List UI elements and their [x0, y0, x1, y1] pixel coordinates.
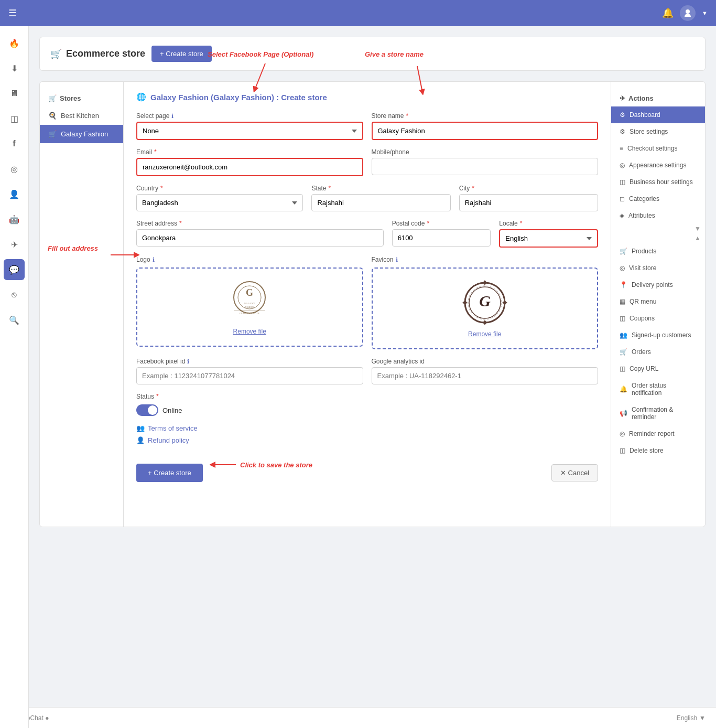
actions-sidebar: ✈ Actions ⚙ Dashboard ⚙ Store settings ≡…: [611, 82, 705, 527]
action-business-hour-settings[interactable]: ◫ Business hour settings: [611, 174, 705, 190]
galaxy-fashion-icon: 🛒: [48, 130, 57, 138]
scroll-up-indicator: ▲: [611, 233, 705, 243]
favicon-info-icon[interactable]: ℹ: [396, 256, 398, 263]
top-bar-right: 🔔 ▼: [662, 5, 708, 21]
create-store-button[interactable]: + Create store: [136, 464, 203, 482]
google-analytics-input[interactable]: [372, 367, 599, 384]
cancel-button[interactable]: ✕ Cancel: [551, 464, 598, 481]
terms-of-service-link[interactable]: 👥 Terms of service: [136, 424, 598, 432]
store-item-galaxy-fashion[interactable]: 🛒 Galaxy Fashion: [40, 125, 123, 143]
action-attributes[interactable]: ◈ Attributes: [611, 207, 705, 224]
action-delivery-points[interactable]: 📍 Delivery points: [611, 276, 705, 293]
action-signed-up-customers[interactable]: 👥 Signed-up customers: [611, 327, 705, 344]
create-button-label: + Create store: [148, 469, 191, 477]
favicon-remove-link[interactable]: Remove file: [468, 330, 501, 338]
state-label: State *: [311, 185, 450, 192]
store-settings-icon: ⚙: [620, 128, 625, 135]
refund-policy-link[interactable]: 👤 Refund policy: [136, 436, 598, 444]
select-page-input[interactable]: None Galaxy Fashion Page: [136, 122, 363, 140]
city-input[interactable]: [459, 194, 598, 211]
state-group: State *: [311, 185, 450, 211]
action-coupons[interactable]: ◫ Coupons: [611, 310, 705, 327]
attributes-label: Attributes: [628, 212, 655, 219]
chevron-down-icon[interactable]: ▼: [695, 225, 701, 232]
svg-point-0: [686, 9, 690, 14]
form-heading: 🌐 Galaxy Fashion (Galaxy Fashion) : Crea…: [136, 92, 598, 102]
search-icon[interactable]: 🔍: [4, 309, 25, 330]
action-checkout-settings[interactable]: ≡ Checkout settings: [611, 140, 705, 157]
status-label-text: Status: [136, 393, 154, 400]
create-store-header-button[interactable]: + Create store: [151, 46, 212, 62]
action-store-settings[interactable]: ⚙ Store settings: [611, 123, 705, 140]
robot-icon[interactable]: 🤖: [4, 209, 25, 230]
share-icon[interactable]: ⎋: [4, 284, 25, 305]
postal-input[interactable]: [392, 229, 491, 247]
orders-label: Orders: [632, 348, 651, 356]
postal-group: Postal code *: [392, 220, 491, 247]
postal-required: *: [427, 220, 429, 227]
action-order-status-notification[interactable]: 🔔 Order status notification: [611, 377, 705, 401]
logo-info-icon[interactable]: ℹ: [153, 256, 155, 263]
action-copy-url[interactable]: ◫ Copy URL: [611, 360, 705, 377]
postal-label: Postal code *: [392, 220, 491, 227]
action-orders[interactable]: 🛒 Orders: [611, 344, 705, 360]
status-section: Status * Online: [136, 393, 598, 416]
action-categories[interactable]: ◻ Categories: [611, 190, 705, 207]
stores-sidebar-title: 🛒 Stores: [40, 90, 123, 106]
status-label: Status *: [136, 393, 598, 400]
status-toggle[interactable]: [136, 404, 158, 416]
facebook-pixel-input[interactable]: [136, 367, 363, 384]
footer-language-selector[interactable]: English ▼: [677, 714, 706, 722]
country-select[interactable]: Bangladesh USA UK: [136, 194, 303, 211]
street-input[interactable]: [136, 229, 384, 247]
users-icon[interactable]: 👤: [4, 184, 25, 205]
action-delete-store[interactable]: ◫ Delete store: [611, 442, 705, 459]
user-dropdown-arrow[interactable]: ▼: [702, 10, 708, 16]
appearance-settings-icon: ◎: [620, 162, 625, 169]
store-item-best-kitchen[interactable]: 🍳 Best Kitchen: [40, 106, 123, 125]
download-icon[interactable]: ⬇: [4, 58, 25, 79]
action-confirmation-reminder[interactable]: 📢 Confirmation & reminder: [611, 401, 705, 425]
form-area: Select Facebook Page (Optional) Give a s…: [124, 82, 611, 527]
city-label: City *: [459, 185, 598, 192]
street-label: Street address *: [136, 220, 384, 227]
street-label-text: Street address: [136, 220, 177, 227]
email-input[interactable]: [136, 158, 363, 176]
flame-icon[interactable]: 🔥: [4, 33, 25, 53]
select-page-info-icon[interactable]: ℹ: [171, 113, 173, 120]
logo-image: G GALAXY FASHION GLAMOUR & STYLE: [221, 279, 278, 324]
user-avatar[interactable]: [680, 5, 696, 21]
facebook-icon[interactable]: f: [4, 133, 25, 154]
logo-remove-link[interactable]: Remove file: [233, 328, 266, 335]
action-dashboard[interactable]: ⚙ Dashboard: [611, 106, 705, 123]
state-input[interactable]: [311, 194, 450, 211]
chat-icon[interactable]: 💬: [4, 259, 25, 280]
country-required: *: [160, 185, 163, 192]
copy-url-label: Copy URL: [630, 365, 658, 372]
action-appearance-settings[interactable]: ◎ Appearance settings: [611, 157, 705, 174]
action-qr-menu[interactable]: ▦ QR menu: [611, 293, 705, 310]
monitor-icon[interactable]: 🖥: [4, 83, 25, 104]
delete-store-label: Delete store: [630, 447, 664, 454]
business-hour-label: Business hour settings: [630, 178, 693, 186]
action-reminder-report[interactable]: ◎ Reminder report: [611, 425, 705, 442]
logo-upload-area[interactable]: G GALAXY FASHION GLAMOUR & STYLE Remove …: [136, 267, 363, 347]
mobile-input[interactable]: [372, 158, 599, 175]
locale-label: Locale *: [499, 220, 598, 227]
business-hour-icon: ◫: [620, 178, 625, 186]
svg-marker-16: [483, 280, 486, 285]
layers-icon[interactable]: ◫: [4, 108, 25, 129]
facebook-pixel-info-icon[interactable]: ℹ: [187, 358, 189, 365]
action-products[interactable]: 🛒 Products: [611, 243, 705, 260]
hamburger-icon[interactable]: ☰: [8, 7, 17, 19]
send-icon[interactable]: ✈: [4, 234, 25, 255]
instagram-icon[interactable]: ◎: [4, 158, 25, 179]
chevron-up-icon[interactable]: ▲: [695, 234, 701, 242]
favicon-upload-area[interactable]: G: [372, 267, 599, 349]
action-visit-store[interactable]: ◎ Visit store: [611, 260, 705, 276]
locale-select[interactable]: English Arabic French Spanish: [499, 229, 598, 248]
store-name-input[interactable]: [372, 122, 599, 140]
notification-icon[interactable]: 🔔: [662, 7, 674, 19]
state-label-text: State: [311, 185, 326, 192]
store-name-label-text: Store name: [372, 112, 404, 120]
